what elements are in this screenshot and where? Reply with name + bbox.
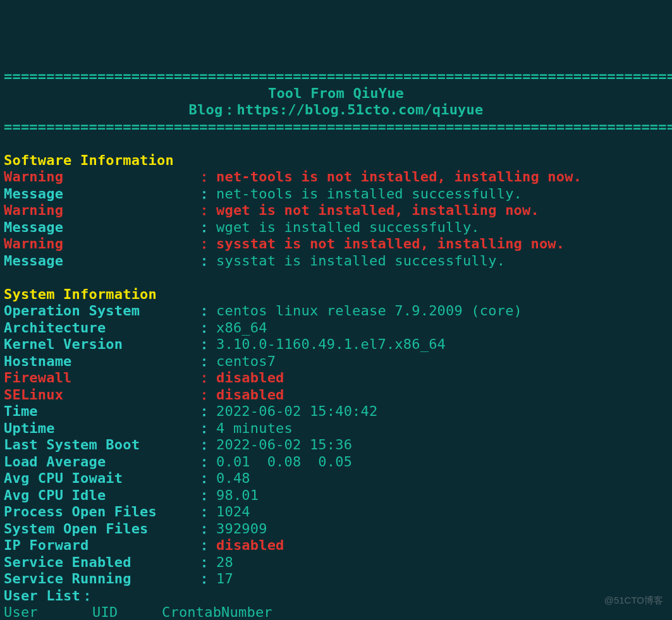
software-row: Warning：sysstat is not installed, instal… (4, 236, 668, 253)
system-row: SELinux：disabled (4, 387, 668, 404)
colon: ： (197, 336, 216, 353)
system-row: Time：2022-06-02 15:40:42 (4, 403, 668, 420)
colon: ： (197, 387, 216, 404)
software-info-header: Software Information (4, 152, 668, 169)
terminal-output: ========================================… (4, 68, 668, 620)
colon: ： (197, 186, 216, 203)
software-row-label: Warning (4, 202, 197, 219)
colon: ： (197, 504, 216, 521)
colon: ： (197, 370, 216, 387)
colon: ： (197, 420, 216, 437)
system-row-value: 0.01 0.08 0.05 (216, 454, 352, 471)
user-col-crontab: CrontabNumber (162, 604, 272, 620)
system-row-label: Service Running (4, 571, 197, 588)
system-row-value: disabled (216, 387, 284, 404)
user-col-user: User (4, 604, 92, 620)
system-row-label: Last System Boot (4, 437, 197, 454)
user-table-header: UserUIDCrontabNumber (4, 604, 668, 620)
system-row: Avg CPU Idle：98.01 (4, 487, 668, 504)
colon: ： (197, 303, 216, 320)
software-row: Message：sysstat is installed successfull… (4, 253, 668, 270)
system-row: Service Running：17 (4, 571, 668, 588)
software-row-label: Message (4, 186, 197, 203)
system-row-label: Time (4, 403, 197, 420)
system-row: Load Average：0.01 0.08 0.05 (4, 454, 668, 471)
software-row-value: net-tools is installed successfully. (216, 186, 522, 203)
software-row-label: Message (4, 219, 197, 236)
separator-line: ========================================… (4, 119, 668, 136)
colon: ： (197, 487, 216, 504)
system-row: Firewall：disabled (4, 370, 668, 387)
system-row: System Open Files：392909 (4, 521, 668, 538)
colon: ： (197, 320, 216, 337)
system-row-label: Avg CPU Idle (4, 487, 197, 504)
colon: ： (197, 470, 216, 487)
system-row-value: centos7 (216, 353, 276, 370)
colon: ： (197, 521, 216, 538)
system-row-value: centos linux release 7.9.2009 (core) (216, 303, 522, 320)
system-row: Process Open Files：1024 (4, 504, 668, 521)
system-row-label: Avg CPU Iowait (4, 470, 197, 487)
system-row-value: 1024 (216, 504, 250, 521)
software-row-value: sysstat is not installed, installing now… (216, 236, 565, 253)
colon: ： (197, 169, 216, 186)
system-row-value: 2022-06-02 15:40:42 (216, 403, 377, 420)
software-row: Message：wget is installed successfully. (4, 219, 668, 236)
software-row: Warning：net-tools is not installed, inst… (4, 169, 668, 186)
tool-title: Tool From QiuYue (4, 85, 668, 102)
colon: ： (197, 253, 216, 270)
system-row: IP Forward：disabled (4, 537, 668, 554)
system-row-label: Hostname (4, 353, 197, 370)
system-row: Avg CPU Iowait：0.48 (4, 470, 668, 487)
system-row: Hostname：centos7 (4, 353, 668, 370)
system-row: Operation System：centos linux release 7.… (4, 303, 668, 320)
user-list-header: User List： (4, 588, 668, 605)
software-row: Message：net-tools is installed successfu… (4, 186, 668, 203)
system-row: Kernel Version：3.10.0-1160.49.1.el7.x86_… (4, 336, 668, 353)
system-row-value: 98.01 (216, 487, 259, 504)
separator-line: ========================================… (4, 68, 668, 85)
system-row: Uptime：4 minutes (4, 420, 668, 437)
blog-label: Blog： (189, 102, 237, 118)
system-info-header: System Information (4, 286, 668, 303)
system-row-label: Process Open Files (4, 504, 197, 521)
blank-line (4, 269, 668, 286)
system-row-label: Architecture (4, 320, 197, 337)
system-row-value: disabled (216, 537, 284, 554)
system-row-label: Load Average (4, 454, 197, 471)
user-col-uid: UID (92, 604, 162, 620)
colon: ： (197, 437, 216, 454)
colon: ： (197, 571, 216, 588)
software-row-value: net-tools is not installed, installing n… (216, 169, 582, 186)
system-row-value: 17 (216, 571, 233, 588)
system-row: Service Enabled：28 (4, 554, 668, 571)
blog-url: https://blog.51cto.com/qiuyue (237, 102, 484, 118)
software-row-value: wget is installed successfully. (216, 219, 480, 236)
colon: ： (197, 537, 216, 554)
software-row: Warning：wget is not installed, installin… (4, 202, 668, 219)
system-row-label: Service Enabled (4, 554, 197, 571)
colon: ： (197, 236, 216, 253)
system-row-label: Kernel Version (4, 336, 197, 353)
colon: ： (197, 202, 216, 219)
system-row-label: Firewall (4, 370, 197, 387)
system-row-value: 392909 (216, 521, 267, 538)
system-row-value: 2022-06-02 15:36 (216, 437, 352, 454)
software-row-label: Message (4, 253, 197, 270)
system-row-value: 3.10.0-1160.49.1.el7.x86_64 (216, 336, 446, 353)
system-row-value: 4 minutes (216, 420, 293, 437)
system-row-value: 0.48 (216, 470, 250, 487)
system-row-label: Operation System (4, 303, 197, 320)
colon: ： (197, 219, 216, 236)
system-row-label: System Open Files (4, 521, 197, 538)
colon: ： (197, 454, 216, 471)
colon: ： (197, 554, 216, 571)
blog-line: Blog：https://blog.51cto.com/qiuyue (4, 102, 668, 119)
system-row-label: Uptime (4, 420, 197, 437)
software-row-label: Warning (4, 236, 197, 253)
system-row-label: IP Forward (4, 537, 197, 554)
software-row-value: sysstat is installed successfully. (216, 253, 505, 270)
colon: ： (197, 403, 216, 420)
system-row-value: x86_64 (216, 320, 267, 337)
software-row-label: Warning (4, 169, 197, 186)
